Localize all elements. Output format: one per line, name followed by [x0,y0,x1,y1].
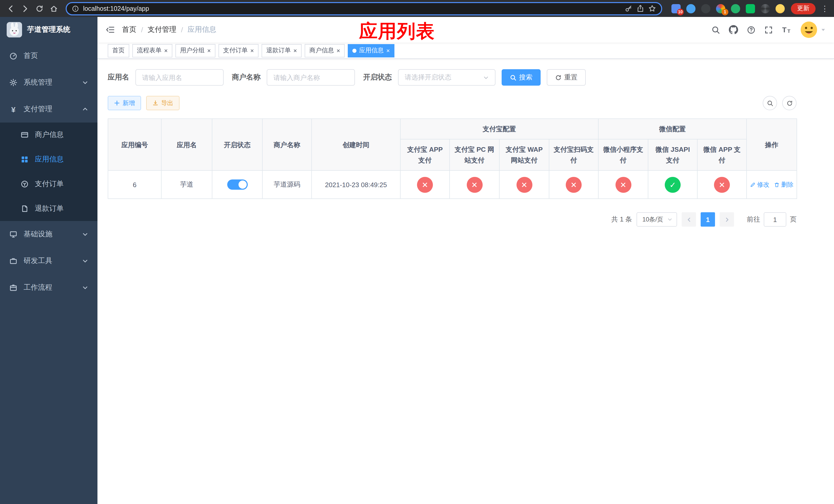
user-avatar-menu[interactable] [800,21,826,39]
app-table: 应用编号 应用名 开启状态 商户名称 创建时间 支付宝配置 微信配置 操作 支付… [108,118,797,199]
extension-icon[interactable]: 1 [716,4,725,13]
refresh-table-button[interactable] [782,96,796,110]
sidebar-item-merchant-info[interactable]: 商户信息 [0,122,97,147]
forward-icon[interactable] [19,2,32,15]
browser-menu-icon[interactable]: ⋮ [820,4,830,13]
search-icon[interactable] [711,25,720,34]
extension-icon[interactable] [746,4,755,13]
sidebar-logo[interactable]: 芋道管理系统 [0,17,97,43]
tab-close-icon[interactable]: × [207,47,211,53]
extension-icon[interactable]: 10 [672,4,681,13]
search-button[interactable]: 搜索 [502,69,541,86]
add-button[interactable]: 新增 [108,96,141,110]
tab-refund-order[interactable]: 退款订单 × [262,44,302,57]
app-title: 芋道管理系统 [27,25,70,35]
cell-alipay-pc: ✕ [449,170,499,199]
export-button[interactable]: 导出 [146,96,179,110]
help-icon[interactable] [747,25,755,34]
extension-icon[interactable] [775,4,785,13]
back-icon[interactable] [4,2,18,15]
sidebar-item-refund-order[interactable]: 退款订单 [0,197,97,221]
status-switch[interactable] [227,180,247,190]
fullscreen-icon[interactable] [764,25,773,34]
extension-icon[interactable] [686,4,696,13]
home-icon[interactable] [47,2,61,15]
filter-label-app-name: 应用名 [108,73,129,82]
extension-badge: 1 [722,8,728,15]
status-circle: ✕ [417,177,433,192]
screen: localhost:1024/pay/app 10 [0,0,834,504]
tab-close-icon[interactable]: × [336,47,340,53]
font-size-icon[interactable]: TT [782,25,791,34]
url-text[interactable]: localhost:1024/pay/app [83,5,621,12]
prev-page-button[interactable] [682,212,696,227]
sidebar-item-home[interactable]: 首页 [0,43,97,69]
extension-icon[interactable] [701,4,710,13]
tab-merchant-info[interactable]: 商户信息 × [305,44,345,57]
breadcrumb-item[interactable]: 支付管理 [148,25,176,35]
sidebar-item-dev-tools[interactable]: 研发工具 [0,248,97,274]
tab-label: 流程表单 [137,46,161,55]
page-number-button[interactable]: 1 [701,212,715,227]
merchant-name-input[interactable] [273,74,348,81]
tab-user-group[interactable]: 用户分组 × [175,44,215,57]
edit-link[interactable]: 修改 [750,180,769,189]
sidebar-item-payment[interactable]: ¥ 支付管理 [0,96,97,122]
toggle-search-button[interactable] [763,96,777,110]
tab-process-form[interactable]: 流程表单 × [132,44,172,57]
tab-home[interactable]: 首页 [108,44,129,57]
tab-close-icon[interactable]: × [250,47,254,53]
goto-label: 前往 [747,215,760,224]
browser-update-button[interactable]: 更新 [791,3,815,14]
chevron-up-icon [82,106,88,112]
chevron-down-icon [82,284,88,291]
cell-actions: 修改 删除 [747,170,797,199]
extension-icon[interactable] [731,4,740,13]
sidebar-item-app-info[interactable]: 应用信息 [0,147,97,172]
sidebar-item-workflow[interactable]: 工作流程 [0,274,97,301]
tab-label: 用户分组 [180,46,205,55]
tab-label: 商户信息 [309,46,334,55]
logo-avatar [7,22,22,38]
sidebar-item-system[interactable]: 系统管理 [0,69,97,96]
tab-close-icon[interactable]: × [386,47,390,53]
url-bar[interactable]: localhost:1024/pay/app [66,2,662,15]
github-icon[interactable] [729,25,738,35]
tab-close-icon[interactable]: × [164,47,168,53]
col-wx-app: 微信 APP 支付 [697,139,747,170]
next-page-button[interactable] [720,212,734,227]
page-size-value: 10条/页 [642,215,663,224]
reload-icon[interactable] [33,2,46,15]
share-icon[interactable] [637,5,644,12]
reset-button[interactable]: 重置 [547,69,586,86]
sidebar-submenu-payment: 商户信息 应用信息 支付订单 [0,122,97,221]
bookmark-star-icon[interactable] [648,5,656,12]
sidebar-item-pay-order[interactable]: 支付订单 [0,172,97,197]
sidebar-item-infrastructure[interactable]: 基础设施 [0,221,97,248]
password-key-icon[interactable] [625,5,632,12]
col-wx-mini: 微信小程序支付 [598,139,648,170]
status-select[interactable]: 请选择开启状态 [398,69,496,86]
table-toolbar: 新增 导出 [108,96,796,110]
page-size-select[interactable]: 10条/页 [637,212,677,227]
sidebar-item-label: 首页 [24,51,38,61]
tab-close-icon[interactable]: × [293,47,297,53]
page-content: 应用名 商户名称 开启状态 请选择开启状态 [97,59,834,504]
sidebar-menu: 首页 系统管理 ¥ 支付管理 [0,43,97,504]
breadcrumb-item[interactable]: 首页 [122,25,136,35]
tab-pay-order[interactable]: 支付订单 × [219,44,259,57]
svg-text:T: T [787,28,790,33]
caret-down-icon [821,27,826,32]
delete-link[interactable]: 删除 [774,180,793,189]
sidebar: 芋道管理系统 首页 系统管理 [0,17,97,504]
tab-app-info[interactable]: 应用信息 × [348,44,394,57]
hamburger-icon[interactable] [106,25,115,35]
tags-view: 首页 流程表单 × 用户分组 × 支付订单 × 退款订单 × [97,43,834,59]
extension-icon[interactable] [761,4,770,13]
filter-label-merchant: 商户名称 [232,73,261,82]
goto-page-input[interactable] [764,212,786,227]
export-button-label: 导出 [161,99,173,108]
app-name-input[interactable] [142,74,217,81]
status-select-placeholder: 请选择开启状态 [405,73,452,82]
site-info-icon[interactable] [72,5,79,12]
